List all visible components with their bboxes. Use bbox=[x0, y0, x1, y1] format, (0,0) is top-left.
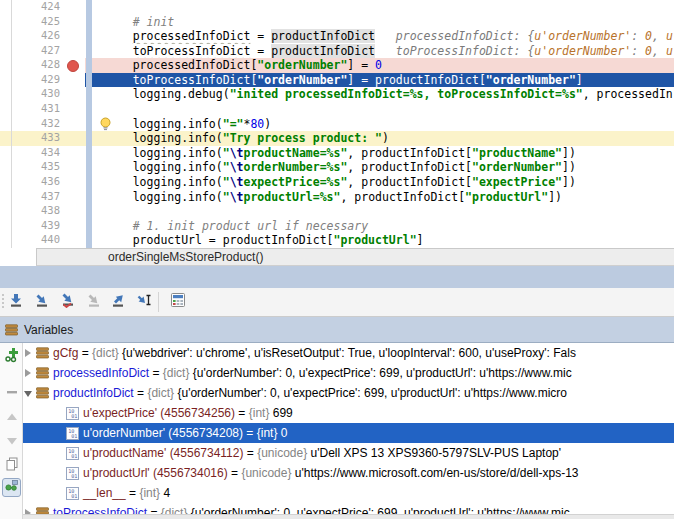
run-to-cursor-button[interactable] bbox=[134, 292, 154, 312]
code-text[interactable]: logging.info("\torderNumber=%s", product… bbox=[85, 160, 674, 175]
code-line[interactable]: 431 bbox=[0, 102, 674, 117]
gutter[interactable] bbox=[60, 146, 85, 161]
code-text[interactable]: toProcessInfoDict = productInfoDict toPr… bbox=[85, 44, 674, 59]
breakpoint-icon[interactable] bbox=[67, 60, 79, 72]
gutter[interactable] bbox=[60, 160, 85, 175]
code-line[interactable]: 426 processedInfoDict = productInfoDict … bbox=[0, 29, 674, 44]
gutter[interactable] bbox=[60, 131, 85, 146]
code-text[interactable]: toProcessInfoDict["orderNumber"] = produ… bbox=[85, 73, 674, 88]
code-text[interactable]: logging.info("Try process product: ") bbox=[85, 131, 674, 146]
duplicate-watch-button[interactable] bbox=[2, 456, 21, 475]
gutter[interactable] bbox=[60, 87, 85, 102]
show-execution-point-button[interactable] bbox=[6, 292, 26, 312]
variable-row[interactable]: productInfoDict = {dict} {u'orderNumber'… bbox=[23, 383, 674, 403]
variable-name: u'expectPrice' (4556734256) bbox=[83, 406, 235, 420]
gutter[interactable] bbox=[60, 190, 85, 205]
variable-row[interactable]: 10 01u'productName' (4556734112) = {unic… bbox=[23, 443, 674, 463]
code-token: ] bbox=[417, 233, 424, 247]
gutter[interactable] bbox=[60, 73, 85, 88]
remove-watch-button[interactable] bbox=[2, 384, 21, 403]
step-into-my-code-button[interactable] bbox=[58, 292, 78, 312]
code-line[interactable]: 424 bbox=[0, 0, 674, 15]
gutter[interactable] bbox=[60, 44, 85, 59]
code-text[interactable] bbox=[85, 204, 674, 219]
code-text[interactable]: logging.info("\tproductUrl=%s", productI… bbox=[85, 190, 674, 205]
code-line[interactable]: 430 logging.debug("inited processedInfoD… bbox=[0, 87, 674, 102]
collapse-arrow-icon[interactable] bbox=[24, 389, 33, 398]
code-text[interactable]: logging.info("="*80) bbox=[85, 117, 674, 132]
add-watch-button[interactable] bbox=[2, 347, 21, 366]
code-line[interactable]: 425 # init bbox=[0, 15, 674, 30]
move-up-button[interactable] bbox=[2, 409, 21, 428]
intention-bulb-icon[interactable] bbox=[99, 117, 112, 131]
move-down-button[interactable] bbox=[2, 433, 21, 452]
code-line[interactable]: 428 processedInfoDict["orderNumber"] = 0 bbox=[0, 58, 674, 73]
code-line[interactable]: 436 logging.info("\texpectPrice=%s", pro… bbox=[0, 175, 674, 190]
code-token: "orderNumber" bbox=[257, 73, 347, 87]
variable-type: {int} bbox=[249, 406, 270, 420]
expand-arrow-icon[interactable] bbox=[24, 349, 33, 358]
variable-row[interactable]: 10 01u'orderNumber' (4556734208) = {int}… bbox=[23, 423, 674, 443]
code-text[interactable]: logging.debug("inited processedInfoDict=… bbox=[85, 87, 674, 102]
pycharm-debug-window: 424425 # init426 processedInfoDict = pro… bbox=[0, 0, 674, 519]
variable-type: {int} bbox=[139, 486, 160, 500]
horizontal-scrollbar[interactable] bbox=[23, 514, 674, 519]
code-text[interactable]: logging.info("\texpectPrice=%s", product… bbox=[85, 175, 674, 190]
code-line[interactable]: 429 toProcessInfoDict["orderNumber"] = p… bbox=[0, 73, 674, 88]
code-line[interactable]: 427 toProcessInfoDict = productInfoDict … bbox=[0, 44, 674, 59]
code-text[interactable]: processedInfoDict = productInfoDict proc… bbox=[85, 29, 674, 44]
code-text[interactable]: # init bbox=[85, 15, 674, 30]
code-text[interactable]: logging.info("\tproductName=%s", product… bbox=[85, 146, 674, 161]
expand-arrow-icon[interactable] bbox=[24, 369, 33, 378]
variable-row[interactable]: 10 01__len__ = {int} 4 bbox=[23, 483, 674, 503]
debug-stepping-toolbar bbox=[0, 288, 674, 317]
code-text[interactable]: productUrl = productInfoDict["productUrl… bbox=[85, 233, 674, 248]
gutter[interactable] bbox=[60, 175, 85, 190]
variable-value: 699 bbox=[269, 406, 292, 420]
variable-value: u'Dell XPS 13 XPS9360-5797SLV-PUS Laptop… bbox=[307, 446, 561, 460]
variable-row[interactable]: 10 01u'productUrl' (4556734016) = {unico… bbox=[23, 463, 674, 483]
gutter[interactable] bbox=[60, 219, 85, 234]
code-line[interactable]: 433 logging.info("Try process product: "… bbox=[0, 131, 674, 146]
code-text[interactable]: processedInfoDict["orderNumber"] = 0 bbox=[85, 58, 674, 73]
gutter[interactable] bbox=[60, 102, 85, 117]
code-token: productInfoDict bbox=[271, 29, 375, 43]
variable-row[interactable]: gCfg = {dict} {u'webdriver': u'chrome', … bbox=[23, 343, 674, 363]
step-out-button[interactable] bbox=[108, 292, 128, 312]
code-line[interactable]: 437 logging.info("\tproductUrl=%s", prod… bbox=[0, 190, 674, 205]
show-watches-button[interactable] bbox=[2, 478, 21, 497]
code-token: "productUrl" bbox=[465, 190, 548, 204]
code-line[interactable]: 438 bbox=[0, 204, 674, 219]
code-line[interactable]: 434 logging.info("\tproductName=%s", pro… bbox=[0, 146, 674, 161]
force-step-into-button[interactable] bbox=[84, 292, 104, 312]
code-line[interactable]: 439 # 1. init product url if necessary bbox=[0, 219, 674, 234]
variable-value: = bbox=[243, 446, 257, 460]
variable-row[interactable]: 10 01u'expectPrice' (4556734256) = {int}… bbox=[23, 403, 674, 423]
code-line[interactable]: 435 logging.info("\torderNumber=%s", pro… bbox=[0, 160, 674, 175]
gutter[interactable] bbox=[60, 233, 85, 248]
code-token: "=" bbox=[223, 117, 244, 131]
code-line[interactable]: 440 productUrl = productInfoDict["produc… bbox=[0, 233, 674, 248]
code-line[interactable]: 432 logging.info("="*80) bbox=[0, 117, 674, 132]
code-text[interactable] bbox=[85, 102, 674, 117]
gutter[interactable] bbox=[60, 15, 85, 30]
code-token: \t bbox=[230, 175, 244, 189]
variable-name: productInfoDict bbox=[53, 386, 134, 400]
step-over-button[interactable] bbox=[32, 292, 52, 312]
evaluate-expression-button[interactable] bbox=[168, 292, 188, 312]
variable-text: __len__ = {int} 4 bbox=[83, 486, 170, 500]
code-editor[interactable]: 424425 # init426 processedInfoDict = pro… bbox=[0, 0, 674, 248]
show-watches-icon bbox=[4, 478, 19, 497]
variable-row[interactable]: processedInfoDict = {dict} {u'orderNumbe… bbox=[23, 363, 674, 383]
force-step-into-icon bbox=[86, 292, 102, 312]
code-text[interactable]: # 1. init product url if necessary bbox=[85, 219, 674, 234]
code-text[interactable] bbox=[85, 0, 674, 15]
gutter[interactable] bbox=[60, 117, 85, 132]
code-token: logging.debug( bbox=[105, 87, 230, 101]
gutter[interactable] bbox=[60, 204, 85, 219]
gutter[interactable] bbox=[60, 29, 85, 44]
variable-name: __len__ bbox=[83, 486, 126, 500]
gutter[interactable] bbox=[60, 0, 85, 15]
gutter[interactable] bbox=[60, 58, 85, 73]
code-token: ]) bbox=[548, 190, 562, 204]
